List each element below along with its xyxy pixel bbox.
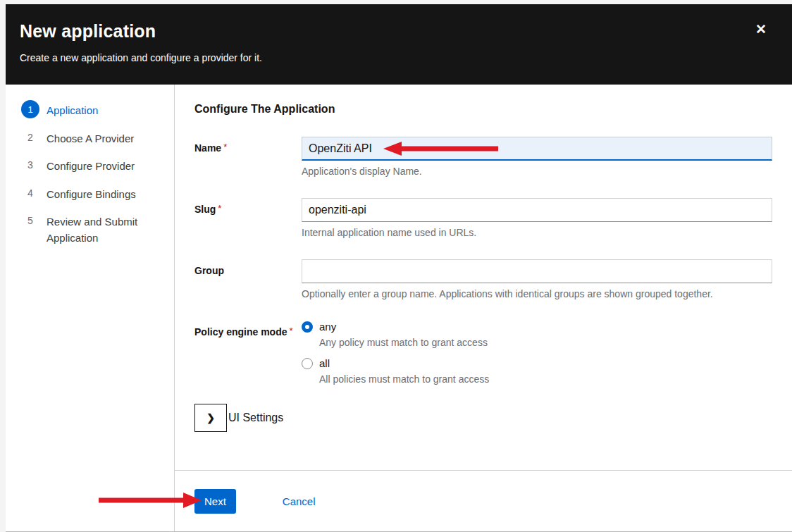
group-help-text: Optionally enter a group name. Applicati… [302,288,772,299]
form-heading: Configure The Application [194,103,772,116]
policy-engine-mode-label: Policy engine mode* [194,321,302,394]
step-number-badge: 5 [21,211,39,230]
group-label: Group [194,259,302,299]
wizard-step-choose-provider[interactable]: 2 Choose A Provider [21,128,164,147]
step-number-badge: 1 [21,100,39,118]
radio-all-label: all [319,357,330,369]
modal-header: New application Create a new application… [6,4,792,85]
name-field-row: Name* Application's display Name. [194,137,772,177]
policy-mode-option-all[interactable]: all [302,357,772,369]
wizard-step-application[interactable]: 1 Application [21,100,164,119]
step-number-badge: 2 [21,128,39,147]
group-field-row: Group Optionally enter a group name. App… [194,259,772,299]
policy-engine-mode-row: Policy engine mode* any Any policy must … [194,321,772,394]
step-label: Configure Provider [47,156,135,175]
wizard-step-configure-provider[interactable]: 3 Configure Provider [21,156,164,175]
close-icon[interactable]: ✕ [755,23,767,36]
next-button[interactable]: Next [194,489,236,514]
slug-input[interactable] [302,198,772,222]
radio-any[interactable] [302,321,313,333]
name-label: Name* [194,137,302,177]
cancel-link[interactable]: Cancel [283,489,316,507]
slug-label: Slug* [194,198,302,238]
modal-subtitle: Create a new application and configure a… [20,52,772,63]
modal-title: New application [20,21,772,42]
step-label: Review and Submit Application [47,211,164,246]
policy-mode-option-any[interactable]: any [302,321,772,333]
slug-help-text: Internal application name used in URLs. [302,227,772,238]
chevron-right-icon[interactable]: ❯ [194,404,227,432]
required-asterisk: * [223,142,227,152]
step-number-badge: 3 [21,156,39,174]
step-label: Configure Bindings [47,184,136,203]
required-asterisk: * [289,326,292,336]
modal-body: 1 Application 2 Choose A Provider 3 Conf… [6,85,792,531]
ui-settings-label: UI Settings [228,412,283,424]
step-label: Application [47,100,98,119]
radio-all-help: All policies must match to grant access [319,373,772,385]
radio-any-help: Any policy must match to grant access [319,337,772,348]
name-input[interactable] [302,137,772,161]
ui-settings-expander: ❯ UI Settings [194,404,772,432]
wizard-steps-sidebar: 1 Application 2 Choose A Provider 3 Conf… [6,85,175,531]
step-number-badge: 4 [21,184,39,202]
application-form: Configure The Application Name* Applicat… [175,85,792,470]
required-asterisk: * [218,203,221,214]
wizard-footer: Next Cancel [175,470,792,531]
new-application-modal: New application Create a new application… [6,4,792,532]
name-help-text: Application's display Name. [302,166,772,177]
radio-all[interactable] [302,358,313,369]
step-label: Choose A Provider [47,128,134,147]
radio-any-label: any [319,321,336,333]
main-panel: Configure The Application Name* Applicat… [175,85,792,531]
wizard-step-configure-bindings[interactable]: 4 Configure Bindings [21,184,164,203]
group-input[interactable] [302,259,772,283]
wizard-step-review-submit[interactable]: 5 Review and Submit Application [21,211,164,246]
slug-field-row: Slug* Internal application name used in … [194,198,772,238]
